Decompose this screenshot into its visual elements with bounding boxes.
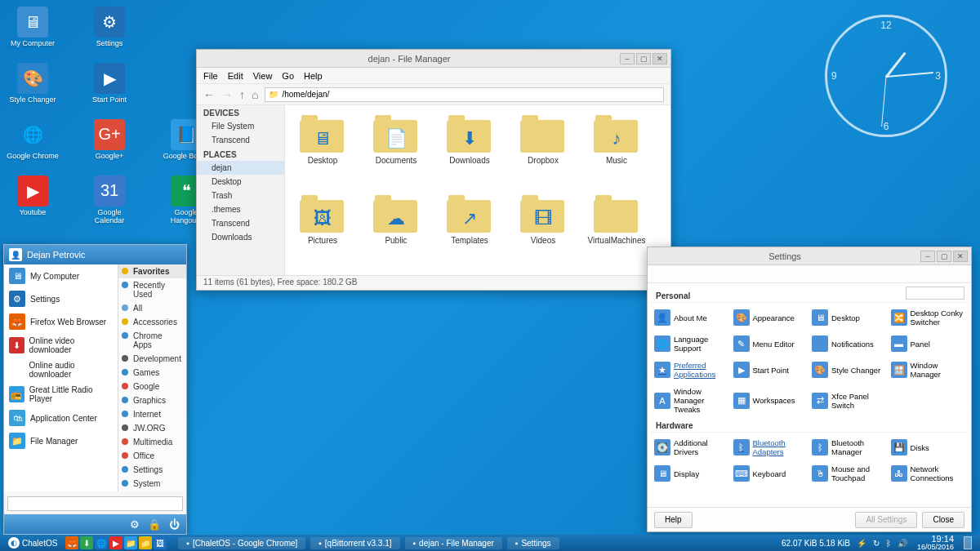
- task--qbittorrent-v3-3-1-[interactable]: ▪[qBittorrent v3.3.1]: [310, 537, 399, 549]
- folder-dropbox[interactable]: Dropbox: [510, 113, 576, 190]
- settings-item-style-changer[interactable]: 🎨Style Changer: [810, 358, 888, 381]
- folder-templates[interactable]: ↗Templates: [437, 193, 502, 270]
- startmenu-cat-google[interactable]: Google: [118, 380, 186, 393]
- startmenu-fav-my-computer[interactable]: 🖥My Computer: [4, 264, 118, 287]
- settings-item-workspaces[interactable]: ▦Workspaces: [732, 384, 809, 416]
- startmenu-cat-development[interactable]: Development: [118, 352, 186, 366]
- minimize-button[interactable]: –: [920, 251, 935, 262]
- desktop-icon-google-calendar[interactable]: 31Google Calendar: [83, 176, 136, 225]
- startmenu-cat-favorites[interactable]: Favorites: [118, 264, 186, 278]
- menu-edit[interactable]: Edit: [228, 71, 243, 81]
- settings-item-appearance[interactable]: 🎨Appearance: [732, 306, 809, 329]
- quicklaunch-6[interactable]: 🖼: [154, 536, 167, 549]
- desktop-icon-style-changer[interactable]: 🎨Style Changer: [7, 63, 59, 104]
- folder-public[interactable]: ☁Public: [363, 193, 429, 270]
- desktop-icon-settings[interactable]: ⚙Settings: [83, 7, 136, 48]
- taskbar-clock[interactable]: 19:14 16/05/2016: [914, 535, 957, 551]
- up-button[interactable]: ↑: [239, 88, 245, 101]
- folder-videos[interactable]: 🎞Videos: [510, 193, 576, 270]
- folder-pictures[interactable]: 🖼Pictures: [290, 193, 355, 270]
- bluetooth-icon[interactable]: ᛒ: [886, 539, 891, 548]
- back-button[interactable]: ←: [203, 88, 215, 101]
- settings-item-panel[interactable]: ▬Panel: [889, 332, 967, 355]
- settings-item-preferred-applications[interactable]: ★Preferred Applications: [653, 358, 730, 381]
- settings-search-input[interactable]: [906, 287, 964, 300]
- file-manager-iconview[interactable]: 🖥Desktop📄Documents⬇DownloadsDropbox♪Musi…: [285, 105, 670, 275]
- settings-titlebar[interactable]: Settings – ▢ ✕: [648, 247, 971, 265]
- minimize-button[interactable]: –: [620, 53, 635, 64]
- startmenu-fav-firefox-web-browser[interactable]: 🦊Firefox Web Browser: [4, 310, 118, 333]
- close-button[interactable]: ✕: [653, 53, 667, 64]
- quicklaunch-3[interactable]: ▶: [109, 536, 122, 549]
- menu-go[interactable]: Go: [282, 71, 294, 81]
- settings-item-desktop[interactable]: 🖥Desktop: [810, 306, 888, 329]
- startmenu-cat-recently-used[interactable]: Recently Used: [118, 278, 186, 301]
- path-bar[interactable]: 📁 /home/dejan/: [265, 87, 664, 102]
- battery-icon[interactable]: ⚡: [857, 539, 866, 548]
- desktop-icon-start-point[interactable]: ▶Start Point: [83, 63, 136, 104]
- settings-item-start-point[interactable]: ▶Start Point: [732, 358, 809, 381]
- startmenu-cat-office[interactable]: Office: [118, 449, 186, 463]
- startmenu-cat-accessories[interactable]: Accessories: [118, 315, 186, 329]
- settings-item-keyboard[interactable]: ⌨Keyboard: [732, 462, 809, 485]
- show-desktop-button[interactable]: [964, 536, 972, 549]
- settings-item-notifications[interactable]: Notifications: [810, 332, 888, 355]
- updates-icon[interactable]: ↻: [873, 539, 880, 548]
- close-settings-button[interactable]: Close: [922, 512, 964, 528]
- place-downloads[interactable]: Downloads: [197, 230, 284, 244]
- place-transcend[interactable]: Transcend: [197, 216, 284, 230]
- task-settings[interactable]: ▪Settings: [507, 537, 559, 549]
- startmenu-cat-multimedia[interactable]: Multimedia: [118, 435, 186, 449]
- place-desktop[interactable]: Desktop: [197, 175, 284, 189]
- settings-item-additional-drivers[interactable]: 💽Additional Drivers: [653, 436, 730, 459]
- forward-button[interactable]: →: [221, 88, 233, 101]
- settings-item-window-manager[interactable]: 🪟Window Manager: [889, 358, 967, 381]
- settings-body[interactable]: Personal👤About Me🎨Appearance🖥Desktop🔀Des…: [648, 283, 971, 507]
- settings-item-disks[interactable]: 💾Disks: [889, 436, 967, 459]
- startmenu-cat-graphics[interactable]: Graphics: [118, 393, 186, 407]
- settings-item-window-manager-tweaks[interactable]: AWindow Manager Tweaks: [653, 384, 730, 416]
- quicklaunch-1[interactable]: ⬇: [80, 536, 93, 549]
- desktop-icon-my-computer[interactable]: 🖥My Computer: [7, 7, 59, 48]
- task-dejan-file-manager[interactable]: ▪dejan - File Manager: [405, 537, 502, 549]
- help-button[interactable]: Help: [654, 512, 693, 528]
- maximize-button[interactable]: ▢: [937, 251, 951, 262]
- start-menu-search-input[interactable]: [7, 496, 183, 511]
- settings-item-desktop-conky-switcher[interactable]: 🔀Desktop Conky Switcher: [889, 306, 967, 329]
- settings-icon[interactable]: ⚙: [130, 518, 140, 531]
- settings-item-mouse-and-touchpad[interactable]: 🖱Mouse and Touchpad: [810, 462, 888, 485]
- menu-help[interactable]: Help: [304, 71, 323, 81]
- maximize-button[interactable]: ▢: [636, 53, 651, 64]
- menu-view[interactable]: View: [253, 71, 273, 81]
- settings-item-about-me[interactable]: 👤About Me: [653, 306, 730, 329]
- startmenu-cat-settings[interactable]: Settings: [118, 463, 186, 477]
- startmenu-fav-online-video-downloader[interactable]: ⬇Online video downloader: [4, 333, 118, 358]
- home-button[interactable]: ⌂: [252, 88, 258, 101]
- startmenu-fav-file-manager[interactable]: 📁File Manager: [4, 429, 118, 452]
- startmenu-fav-great-little-radio-player[interactable]: 📻Great Little Radio Player: [4, 382, 118, 407]
- startmenu-fav-application-center[interactable]: 🛍Application Center: [4, 407, 118, 429]
- startmenu-cat-system[interactable]: System: [118, 477, 186, 491]
- device-transcend[interactable]: Transcend: [197, 133, 284, 147]
- file-manager-titlebar[interactable]: dejan - File Manager – ▢ ✕: [197, 50, 670, 68]
- place-dejan[interactable]: dejan: [197, 161, 284, 175]
- settings-item-language-support[interactable]: 🌐Language Support: [653, 332, 730, 355]
- start-button[interactable]: ◐ ChaletOS: [3, 537, 62, 549]
- startmenu-cat-jw-org[interactable]: JW.ORG: [118, 421, 186, 435]
- close-button[interactable]: ✕: [953, 251, 968, 262]
- settings-item-bluetooth-manager[interactable]: ᛒBluetooth Manager: [810, 436, 888, 459]
- startmenu-cat-all[interactable]: All: [118, 301, 186, 315]
- startmenu-cat-chrome-apps[interactable]: Chrome Apps: [118, 329, 186, 352]
- quicklaunch-2[interactable]: 🌐: [95, 536, 108, 549]
- folder-downloads[interactable]: ⬇Downloads: [437, 113, 502, 190]
- settings-item-bluetooth-adapters[interactable]: ᛒBluetooth Adapters: [732, 436, 809, 459]
- startmenu-cat-games[interactable]: Games: [118, 366, 186, 380]
- desktop-icon-google-[interactable]: G+Google+: [83, 119, 136, 161]
- folder-virtualmachines[interactable]: VirtualMachines: [584, 193, 649, 270]
- desktop-icon-youtube[interactable]: ▶Youtube: [7, 176, 59, 225]
- quicklaunch-5[interactable]: 📁: [139, 536, 152, 549]
- quicklaunch-4[interactable]: 📁: [124, 536, 137, 549]
- menu-file[interactable]: File: [203, 71, 218, 81]
- settings-item-display[interactable]: 🖥Display: [653, 462, 730, 485]
- lock-icon[interactable]: 🔒: [148, 518, 161, 531]
